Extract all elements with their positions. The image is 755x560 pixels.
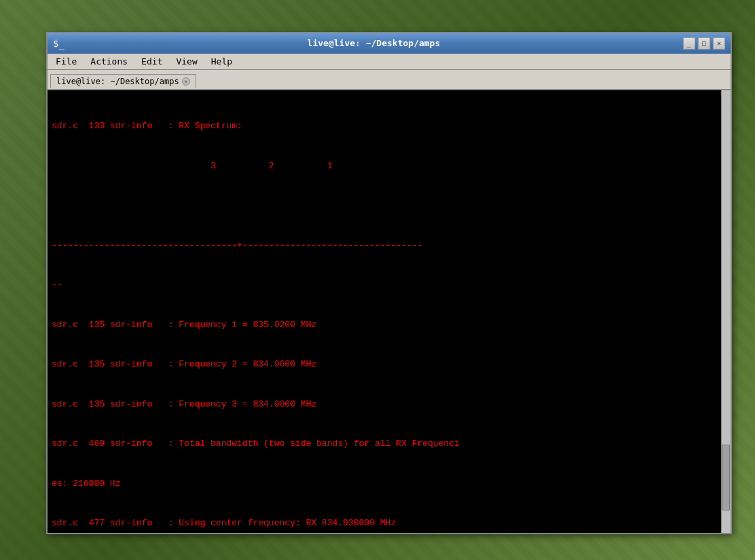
maximize-button[interactable]: □ [698,37,710,50]
tab-label: live@live: ~/Desktop/amps [56,77,179,86]
terminal-line: sdr.c 469 sdr-info : Total bandwidth (tw… [52,437,726,451]
menu-help[interactable]: Help [206,55,238,68]
terminal-line [52,199,726,212]
tab-bar: live@live: ~/Desktop/amps ✕ [48,70,731,90]
scrollbar-thumb[interactable] [722,445,730,511]
menu-bar: File Actions Edit View Help [48,54,731,70]
title-bar-buttons: _ □ ✕ [683,37,725,50]
menu-file[interactable]: File [50,55,82,68]
title-bar-left: $_ [53,38,65,49]
close-button[interactable]: ✕ [713,37,725,50]
terminal-line: sdr.c 477 sdr-info : Using center freque… [52,517,726,530]
terminal-line: sdr.c 135 sdr-info : Frequency 1 = 835.0… [52,318,726,332]
terminal-window: $_ live@live: ~/Desktop/amps _ □ ✕ File … [46,32,732,534]
window-title: live@live: ~/Desktop/amps [65,38,683,48]
terminal-icon: $_ [53,38,65,49]
menu-view[interactable]: View [170,55,202,68]
terminal-line: -- [52,278,726,292]
minimize-button[interactable]: _ [683,37,695,50]
terminal-line: sdr.c 135 sdr-info : Frequency 3 = 834.9… [52,398,726,411]
terminal-tab[interactable]: live@live: ~/Desktop/amps ✕ [50,74,196,88]
terminal-line: -----------------------------------+----… [52,239,726,253]
terminal-line: sdr.c 135 sdr-info : Frequency 2 = 834.9… [52,358,726,371]
terminal-line: es: 216000 Hz [52,477,726,491]
tab-close-button[interactable]: ✕ [182,77,190,86]
title-bar: $_ live@live: ~/Desktop/amps _ □ ✕ [48,33,731,54]
scrollbar[interactable] [721,90,731,533]
terminal-line: sdr.c 133 sdr-info : RX Spectrum: [52,119,726,133]
menu-edit[interactable]: Edit [136,55,168,68]
terminal-body[interactable]: sdr.c 133 sdr-info : RX Spectrum: 3 2 1 … [48,90,731,533]
menu-actions[interactable]: Actions [85,55,133,68]
terminal-content: sdr.c 133 sdr-info : RX Spectrum: 3 2 1 … [52,93,726,533]
terminal-line: 3 2 1 [52,160,726,173]
